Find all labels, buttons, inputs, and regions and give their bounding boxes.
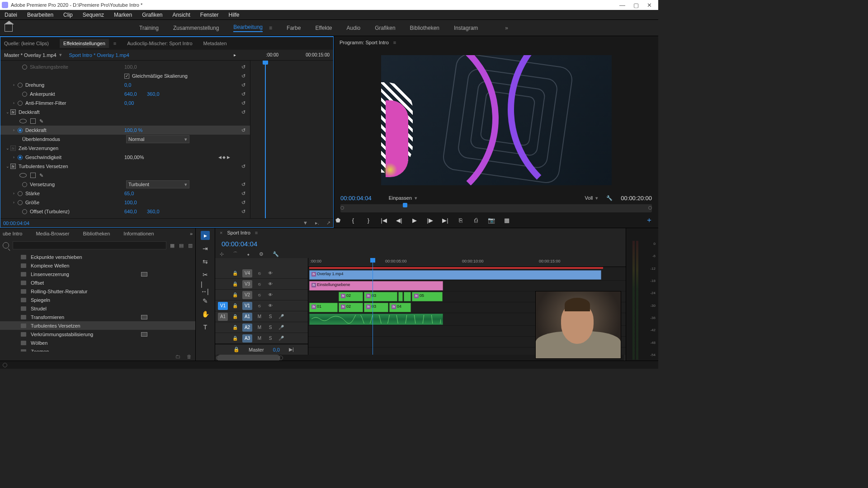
menu-datei[interactable]: Datei [3,11,19,19]
pen-tool-icon[interactable]: ✎ [201,296,210,305]
scrub-playhead[interactable] [403,203,407,207]
clip-03b[interactable]: fx03 [364,303,388,312]
clip-05[interactable]: fx05 [412,292,443,301]
close-icon[interactable]: ✕ [647,2,652,9]
fx-item[interactable]: Zoomen [0,347,195,352]
fit-dropdown[interactable]: Einpassen▾ [389,195,417,201]
tab-libraries[interactable]: Bibliotheken [83,231,110,236]
solo-button[interactable]: S [267,314,274,319]
tab-effect-controls[interactable]: Effekteinstellungen [60,39,109,48]
ws-libraries[interactable]: Bibliotheken [410,25,439,31]
clip-master-label[interactable]: Master * Overlay 1.mp4 [4,52,57,58]
twist-icon[interactable]: › [13,83,18,87]
eye-icon[interactable]: 👁 [267,303,274,308]
eye-icon[interactable]: 👁 [267,282,274,286]
tab-source[interactable]: Quelle: (keine Clips) [4,41,49,46]
reset-icon[interactable]: ↺ [241,209,245,215]
add-marker-icon[interactable]: ⬟ [334,217,341,224]
fx-item[interactable]: Wölben [0,338,195,347]
ws-graphics[interactable]: Grafiken [375,25,395,31]
tab-info[interactable]: Informationen [123,231,154,236]
program-viewport[interactable] [334,49,658,192]
maximize-icon[interactable]: ▢ [633,2,639,9]
ws-effects[interactable]: Effekte [315,25,332,31]
clip[interactable] [398,292,403,301]
wrench-icon[interactable]: 🔧 [273,251,279,257]
versetzung-dropdown[interactable]: Turbulent [126,180,189,188]
ws-overflow-icon[interactable]: » [505,25,508,31]
master-value[interactable]: 0,0 [273,347,280,352]
close-seq-icon[interactable]: × [220,230,222,235]
clip-02b[interactable]: fx02 [339,303,363,312]
trash-icon[interactable]: 🗑 [187,354,192,359]
twist-down-icon[interactable]: ⌄ [6,146,10,150]
fx-badge-icon[interactable]: fx [10,145,16,151]
lock-icon[interactable]: 🔒 [231,292,239,297]
ellipse-mask-icon[interactable] [19,119,27,123]
twist-icon[interactable]: › [13,128,18,132]
goto-in-icon[interactable]: |◀ [380,217,387,224]
track-a1[interactable]: A1🔒A1MS🎤 [215,311,308,322]
clip-01[interactable]: fx01 [309,303,338,312]
tab-media-browser[interactable]: Media-Browser [36,231,69,236]
menu-marken[interactable]: Marken [112,11,134,19]
mini-play-icon[interactable]: ▸ [234,52,236,57]
fx-item[interactable]: Eckpunkte verschieben [0,253,195,261]
search-input[interactable] [13,241,166,249]
track-v4[interactable]: 🔒V4⎋👁 [215,268,308,279]
lock-icon[interactable]: 🔒 [231,325,239,330]
reset-icon[interactable]: ↺ [241,109,245,115]
source-patch[interactable]: V1 [218,302,228,310]
fx-item[interactable]: Transformieren [0,313,195,321]
ws-training[interactable]: Training [139,25,159,31]
menu-fenster[interactable]: Fenster [198,11,221,19]
menu-ansicht[interactable]: Ansicht [170,11,192,19]
lock-icon[interactable]: 🔒 [231,336,239,341]
preset3-icon[interactable]: ▥ [188,243,193,249]
record-icon[interactable]: 🎤 [278,314,285,319]
reset-icon[interactable]: ↺ [241,191,245,197]
reset-icon[interactable]: ↺ [241,100,245,106]
track-a2[interactable]: 🔒A2MS🎤 [215,322,308,333]
stopwatch-icon[interactable] [22,92,27,97]
sync-icon[interactable]: ⎋ [256,292,263,297]
twist-down-icon[interactable]: ⌄ [6,110,10,114]
sequence-tab[interactable]: Sport Intro [227,230,250,235]
type-tool-icon[interactable]: T [201,323,210,332]
preset-icon[interactable]: ▦ [170,243,175,249]
hand-tool-icon[interactable]: ✋ [201,310,210,319]
reset-icon[interactable]: ↺ [241,64,245,70]
new-bin-icon[interactable]: 🗀 [175,354,180,359]
sync-icon[interactable]: ⎋ [256,303,263,308]
search-icon[interactable] [3,242,9,249]
effect-playhead[interactable] [265,61,266,218]
rect-mask-icon[interactable] [30,118,36,124]
ws-editing[interactable]: Bearbeitung [233,24,263,32]
clip-03[interactable]: fx03 [364,292,397,301]
track-v3[interactable]: 🔒V3⎋👁 [215,279,308,290]
record-icon[interactable]: 🎤 [278,325,285,330]
blendmode-dropdown[interactable]: Normal [126,135,189,143]
value-antiflicker[interactable]: 0,00 [124,100,134,106]
stopwatch-icon[interactable] [22,182,27,187]
settings-icon[interactable]: ⚙ [259,251,264,257]
twist-icon[interactable]: › [13,155,18,160]
eye-icon[interactable]: 👁 [267,271,274,276]
audio-clip[interactable] [309,314,443,325]
lock-icon[interactable]: 🔒 [231,271,239,276]
solo-button[interactable]: S [267,336,274,341]
timeline-timecode[interactable]: 00:00:04:04 [222,240,257,248]
minimize-icon[interactable]: — [619,2,625,9]
menu-grafiken[interactable]: Grafiken [140,11,164,19]
effect-footer-timecode[interactable]: 00:00:04:04 [3,221,29,226]
panel-menu-icon[interactable]: ≡ [113,41,116,46]
pen-mask-icon[interactable]: ✎ [39,173,43,178]
tab-metadata[interactable]: Metadaten [203,41,227,46]
wrench-icon[interactable]: 🔧 [606,195,613,201]
stopwatch-on-icon[interactable] [18,128,23,133]
program-timecode[interactable]: 00:00:04:04 [340,195,372,202]
comparison-icon[interactable]: ▦ [503,217,510,224]
prop-deckkraft[interactable]: › Deckkraft 100,0 % ↺ [0,126,250,135]
stopwatch-icon[interactable] [18,200,23,205]
pen-mask-icon[interactable]: ✎ [39,118,43,124]
